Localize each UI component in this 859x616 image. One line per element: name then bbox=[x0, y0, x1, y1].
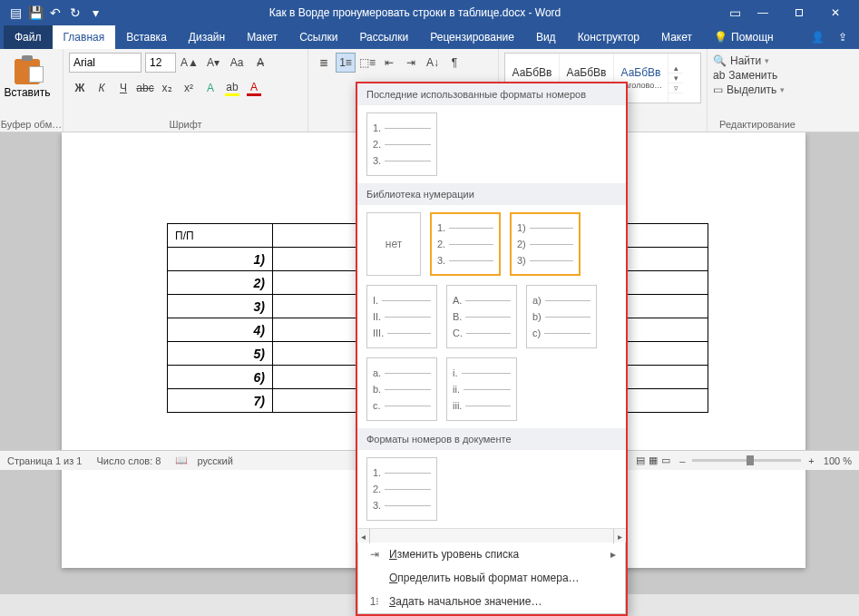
tab-review[interactable]: Рецензирование bbox=[419, 25, 525, 49]
menu-define-new-number-format[interactable]: Определить новый формат номера… bbox=[358, 566, 625, 590]
qat-customize-icon[interactable]: ▾ bbox=[85, 3, 105, 23]
multilevel-button[interactable]: ⬚≡ bbox=[357, 53, 377, 73]
status-page[interactable]: Страница 1 из 1 bbox=[7, 455, 82, 466]
tab-constructor[interactable]: Конструктор bbox=[567, 25, 650, 49]
menu-set-numbering-value[interactable]: 1⁝ Задать начальное значение… bbox=[358, 590, 625, 613]
numbering-button[interactable]: 1≡ bbox=[336, 53, 356, 73]
text-effects-button[interactable]: A bbox=[200, 78, 221, 98]
numbering-format-lower-paren[interactable]: a) b) c) bbox=[526, 285, 597, 348]
change-case-icon[interactable]: Aa bbox=[227, 53, 247, 73]
increase-indent-button[interactable]: ⇥ bbox=[401, 53, 421, 73]
show-marks-button[interactable]: ¶ bbox=[444, 53, 464, 73]
tab-home[interactable]: Главная bbox=[53, 25, 116, 49]
scroll-left-icon[interactable]: ◂ bbox=[357, 529, 370, 543]
zoom-out-button[interactable]: – bbox=[679, 455, 685, 466]
numbering-format-upper[interactable]: A. B. C. bbox=[446, 285, 517, 348]
underline-button[interactable]: Ч bbox=[112, 78, 134, 98]
group-label-editing: Редактирование bbox=[708, 119, 807, 130]
tab-layout[interactable]: Макет bbox=[236, 25, 288, 49]
paste-icon bbox=[15, 59, 40, 84]
ribbon-display-icon[interactable]: ▭ bbox=[725, 3, 745, 23]
share-icon[interactable]: ⇪ bbox=[830, 31, 855, 44]
restore-button[interactable] bbox=[781, 0, 817, 25]
popup-scrollbar[interactable]: ◂ ▸ bbox=[357, 528, 626, 543]
shrink-font-icon[interactable]: A▾ bbox=[203, 53, 223, 73]
tab-references[interactable]: Ссылки bbox=[288, 25, 348, 49]
clear-format-icon[interactable]: A̶ bbox=[250, 53, 270, 73]
status-words[interactable]: Число слов: 8 bbox=[96, 455, 161, 466]
font-color-button[interactable]: A bbox=[243, 78, 265, 98]
window-title: Как в Ворде пронумеровать строки в табли… bbox=[105, 6, 725, 19]
strike-button[interactable]: abc bbox=[134, 78, 156, 98]
tab-mailings[interactable]: Рассылки bbox=[348, 25, 419, 49]
numbering-format-paren[interactable]: 1) 2) 3) bbox=[510, 212, 581, 276]
header-cell[interactable]: П/П bbox=[168, 224, 273, 248]
paste-label: Вставить bbox=[5, 86, 51, 99]
bullets-button[interactable]: ≣ bbox=[314, 53, 334, 73]
status-lang[interactable]: русский bbox=[197, 455, 232, 466]
group-label-clipboard: Буфер обм… bbox=[0, 119, 63, 130]
numbering-format-recent[interactable]: 1. 2. 3. bbox=[366, 112, 437, 176]
numbering-format-lower-dot[interactable]: a. b. c. bbox=[366, 357, 437, 421]
ribbon-tabs: Файл Главная Вставка Дизайн Макет Ссылки… bbox=[0, 25, 859, 49]
numbering-format-dot[interactable]: 1. 2. 3. bbox=[430, 212, 501, 276]
zoom-in-button[interactable]: + bbox=[808, 455, 814, 466]
bulb-icon: 💡 bbox=[714, 31, 727, 44]
select-icon: ▭ bbox=[713, 83, 723, 96]
numbering-menu: ⇥ Изменить уровень списка ▸ Определить н… bbox=[357, 543, 626, 614]
tab-design[interactable]: Дизайн bbox=[178, 25, 236, 49]
numbering-none[interactable]: нет bbox=[366, 212, 421, 276]
italic-button[interactable]: К bbox=[91, 78, 112, 98]
numbering-format-indoc[interactable]: 1. 2. 3. bbox=[366, 457, 437, 521]
undo-icon[interactable]: ↶ bbox=[45, 3, 65, 23]
section-recent: Последние использованные форматы номеров bbox=[357, 83, 626, 105]
subscript-button[interactable]: x₂ bbox=[156, 78, 178, 98]
paste-button[interactable]: Вставить bbox=[5, 53, 49, 105]
section-in-document: Форматы номеров в документе bbox=[357, 428, 626, 450]
grow-font-icon[interactable]: A▲ bbox=[180, 53, 200, 73]
scroll-right-icon[interactable]: ▸ bbox=[613, 529, 626, 543]
decrease-indent-button[interactable]: ⇤ bbox=[379, 53, 399, 73]
superscript-button[interactable]: x² bbox=[178, 78, 200, 98]
view-print-icon[interactable]: ▦ bbox=[649, 455, 658, 466]
replace-icon: ab bbox=[713, 69, 725, 82]
menu-change-list-level[interactable]: ⇥ Изменить уровень списка ▸ bbox=[358, 543, 625, 566]
numbering-format-roman-upper[interactable]: I. II. III. bbox=[366, 285, 437, 348]
font-name-select[interactable] bbox=[69, 53, 142, 73]
tab-view[interactable]: Вид bbox=[525, 25, 567, 49]
search-icon: 🔍 bbox=[713, 54, 727, 67]
submenu-arrow-icon: ▸ bbox=[610, 548, 616, 561]
group-font: A▲ A▾ Aa A̶ Ж К Ч abc x₂ x² A ab A Шрифт bbox=[63, 49, 308, 132]
spellcheck-icon[interactable]: 📖 bbox=[175, 455, 188, 466]
minimize-button[interactable]: — bbox=[745, 0, 781, 25]
view-read-icon[interactable]: ▤ bbox=[636, 455, 645, 466]
title-bar: ▤ 💾 ↶ ↻ ▾ Как в Ворде пронумеровать стро… bbox=[0, 0, 859, 25]
tab-file[interactable]: Файл bbox=[4, 25, 53, 49]
indent-icon: ⇥ bbox=[367, 548, 382, 561]
styles-more-button[interactable]: ▴▾▿ bbox=[669, 64, 683, 93]
close-button[interactable]: ✕ bbox=[817, 0, 854, 25]
font-size-select[interactable] bbox=[145, 53, 176, 73]
view-web-icon[interactable]: ▭ bbox=[661, 455, 670, 466]
highlight-button[interactable]: ab bbox=[221, 78, 243, 98]
tab-insert[interactable]: Вставка bbox=[115, 25, 178, 49]
numbering-gallery-popup: Последние использованные форматы номеров… bbox=[356, 82, 628, 616]
bold-button[interactable]: Ж bbox=[69, 78, 91, 98]
group-clipboard: Вставить Буфер обм… bbox=[0, 49, 63, 132]
find-button[interactable]: 🔍Найти▾ bbox=[713, 54, 802, 67]
save-icon[interactable]: 💾 bbox=[25, 3, 45, 23]
zoom-level[interactable]: 100 % bbox=[824, 455, 852, 466]
group-label-font: Шрифт bbox=[63, 119, 307, 130]
replace-button[interactable]: abЗаменить bbox=[713, 69, 802, 82]
number-icon: 1⁝ bbox=[367, 595, 382, 608]
group-editing: 🔍Найти▾ abЗаменить ▭Выделить▾ Редактиров… bbox=[708, 49, 807, 132]
tab-layout2[interactable]: Макет bbox=[650, 25, 703, 49]
numbering-format-roman-lower[interactable]: i. ii. iii. bbox=[446, 357, 517, 421]
zoom-slider[interactable] bbox=[692, 459, 801, 462]
section-library: Библиотека нумерации bbox=[357, 183, 626, 205]
tab-tellme[interactable]: 💡Помощн bbox=[703, 25, 785, 49]
select-button[interactable]: ▭Выделить▾ bbox=[713, 83, 802, 96]
sort-button[interactable]: A↓ bbox=[423, 53, 443, 73]
redo-icon[interactable]: ↻ bbox=[65, 3, 85, 23]
account-icon[interactable]: 👤 bbox=[805, 31, 830, 44]
